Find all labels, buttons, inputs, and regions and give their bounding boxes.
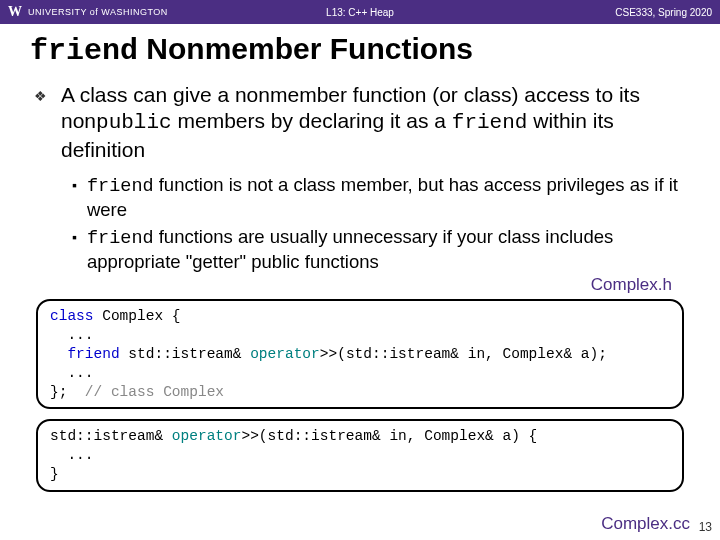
- slide-content: friend Nonmember Functions ❖ A class can…: [0, 24, 720, 492]
- header-left: W UNIVERSITY of WASHINGTON: [8, 4, 168, 20]
- sub-bullet-2-text: friend functions are usually unnecessary…: [87, 225, 690, 273]
- code-block-header: class Complex { ... friend std::istream&…: [36, 299, 684, 409]
- filename-label-1: Complex.h: [30, 275, 690, 295]
- uw-logo-icon: W: [8, 4, 22, 20]
- sub-bullet-2: ▪ friend functions are usually unnecessa…: [30, 225, 690, 273]
- diamond-bullet-icon: ❖: [34, 88, 47, 163]
- page-number: 13: [699, 520, 712, 534]
- university-name: UNIVERSITY of WASHINGTON: [28, 7, 168, 17]
- slide-header: W UNIVERSITY of WASHINGTON L13: C++ Heap…: [0, 0, 720, 24]
- course-term: CSE333, Spring 2020: [615, 7, 712, 18]
- slide-title: friend Nonmember Functions: [30, 32, 690, 68]
- title-rest: Nonmember Functions: [138, 32, 473, 65]
- sub-bullet-1-text: friend function is not a class member, b…: [87, 173, 690, 221]
- lecture-title: L13: C++ Heap: [326, 7, 394, 18]
- main-bullet-text: A class can give a nonmember function (o…: [61, 82, 690, 163]
- square-bullet-icon: ▪: [72, 229, 77, 273]
- code-block-source: std::istream& operator>>(std::istream& i…: [36, 419, 684, 492]
- title-keyword: friend: [30, 34, 138, 68]
- sub-bullet-1: ▪ friend function is not a class member,…: [30, 173, 690, 221]
- main-bullet: ❖ A class can give a nonmember function …: [30, 82, 690, 163]
- filename-label-2: Complex.cc: [601, 514, 690, 534]
- square-bullet-icon: ▪: [72, 177, 77, 221]
